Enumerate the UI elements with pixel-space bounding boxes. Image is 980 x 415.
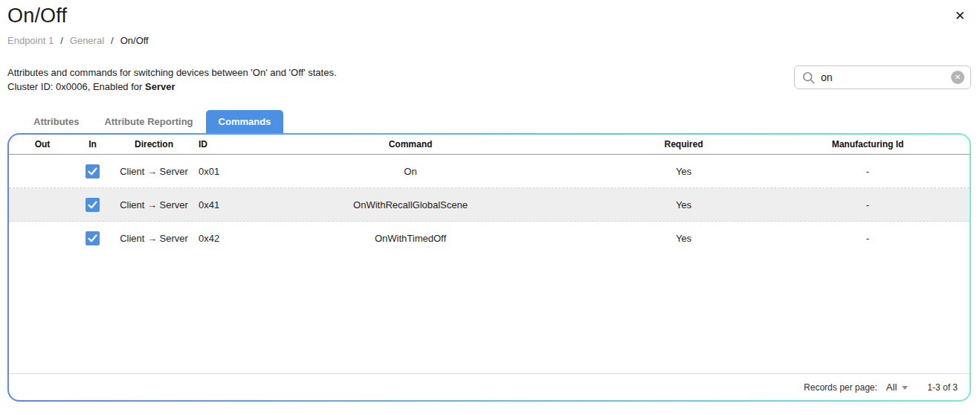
required-cell: Yes xyxy=(552,233,816,244)
search-icon xyxy=(802,71,815,84)
tab-bar: Attributes Attribute Reporting Commands xyxy=(21,110,283,133)
breadcrumb-separator: / xyxy=(60,35,63,46)
dropdown-arrow-icon xyxy=(902,386,908,390)
commands-table: Out In Direction ID Command Required Man… xyxy=(9,135,970,400)
description-line-1: Attributes and commands for switching de… xyxy=(7,65,337,80)
clear-search-button[interactable]: ✕ xyxy=(951,71,964,84)
tab-attribute-reporting[interactable]: Attribute Reporting xyxy=(91,110,205,133)
search-input[interactable] xyxy=(821,71,945,83)
in-cell xyxy=(76,198,109,212)
direction-cell: Client → Server xyxy=(109,233,199,244)
pagination-range: 1-3 of 3 xyxy=(927,382,958,393)
column-header-out: Out xyxy=(9,139,76,149)
breadcrumb: Endpoint 1 / General / On/Off xyxy=(7,35,149,46)
in-checkbox[interactable] xyxy=(86,164,100,178)
checkmark-icon xyxy=(88,167,97,176)
id-cell: 0x42 xyxy=(199,233,269,244)
close-button[interactable]: ✕ xyxy=(950,6,970,25)
search-box: ✕ xyxy=(794,65,971,89)
column-header-in: In xyxy=(76,139,109,149)
required-cell: Yes xyxy=(552,199,816,210)
required-cell: Yes xyxy=(552,166,816,177)
id-cell: 0x01 xyxy=(199,166,269,177)
command-cell: OnWithTimedOff xyxy=(269,233,552,244)
breadcrumb-item-general[interactable]: General xyxy=(70,35,104,46)
commands-table-card: Out In Direction ID Command Required Man… xyxy=(7,133,971,402)
manufacturing-id-cell: - xyxy=(816,233,920,244)
tab-attributes[interactable]: Attributes xyxy=(21,110,91,133)
in-cell xyxy=(76,231,109,245)
checkmark-icon xyxy=(88,200,97,210)
table-row: Client → Server 0x42 OnWithTimedOff Yes … xyxy=(9,222,970,255)
command-cell: OnWithRecallGlobalScene xyxy=(269,199,552,210)
tab-commands[interactable]: Commands xyxy=(206,110,284,133)
manufacturing-id-cell: - xyxy=(816,199,920,210)
checkmark-icon xyxy=(88,234,97,243)
column-header-command: Command xyxy=(269,139,552,149)
description-line-2: Cluster ID: 0x0006, Enabled for Server xyxy=(7,80,337,94)
direction-cell: Client → Server xyxy=(109,199,199,210)
command-cell: On xyxy=(269,166,552,177)
direction-cell: Client → Server xyxy=(109,166,199,177)
column-header-manufacturing-id: Manufacturing Id xyxy=(816,139,920,149)
enabled-for-value: Server xyxy=(145,81,175,92)
breadcrumb-item-endpoint[interactable]: Endpoint 1 xyxy=(7,35,54,46)
column-header-required: Required xyxy=(552,139,816,149)
in-checkbox[interactable] xyxy=(86,198,100,212)
in-checkbox[interactable] xyxy=(86,231,100,245)
table-footer: Records per page: All 1-3 of 3 xyxy=(9,373,970,400)
records-per-page-label: Records per page: xyxy=(804,382,877,393)
close-icon: ✕ xyxy=(955,8,965,24)
column-header-id: ID xyxy=(199,139,269,149)
breadcrumb-item-current: On/Off xyxy=(120,35,149,46)
id-cell: 0x41 xyxy=(199,199,269,210)
column-header-direction: Direction xyxy=(109,139,199,149)
table-row: Client → Server 0x01 On Yes - xyxy=(9,155,970,188)
manufacturing-id-cell: - xyxy=(816,166,920,177)
clear-icon: ✕ xyxy=(955,74,961,81)
table-empty-space xyxy=(9,255,970,373)
page-title: On/Off xyxy=(7,4,67,28)
in-cell xyxy=(76,164,109,178)
table-row: Client → Server 0x41 OnWithRecallGlobalS… xyxy=(9,188,970,222)
cluster-description: Attributes and commands for switching de… xyxy=(7,65,337,94)
breadcrumb-separator: / xyxy=(111,35,114,46)
table-header-row: Out In Direction ID Command Required Man… xyxy=(9,135,970,155)
records-per-page-select[interactable]: All xyxy=(886,382,908,393)
